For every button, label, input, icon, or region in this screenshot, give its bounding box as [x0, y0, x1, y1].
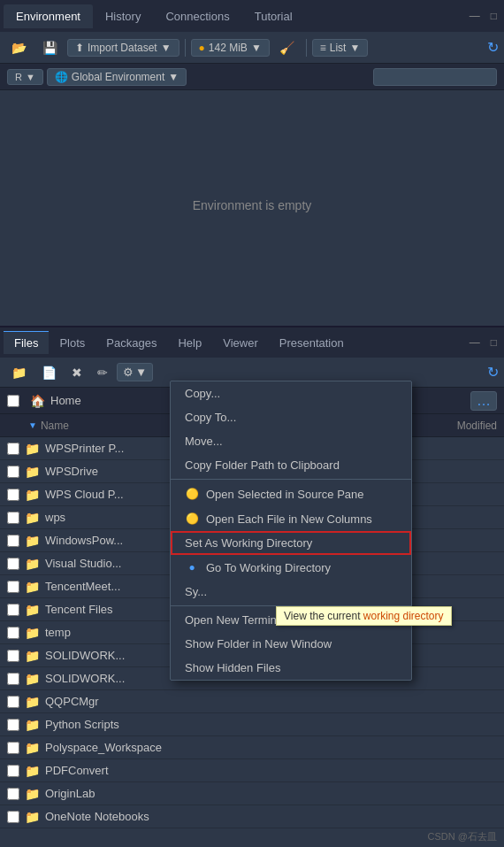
- file-row[interactable]: 📁 QQPCMgr: [0, 690, 504, 713]
- file-checkbox[interactable]: [7, 466, 19, 478]
- gear-dropdown-icon: ▼: [135, 366, 147, 379]
- env-dropdown-icon: ▼: [168, 71, 179, 83]
- copy-label: Copy...: [185, 387, 220, 400]
- copy-to-label: Copy To...: [185, 411, 236, 424]
- tab-connections[interactable]: Connections: [153, 4, 241, 28]
- folder-icon: 📁: [25, 465, 40, 479]
- files-refresh-btn[interactable]: ↻: [487, 364, 499, 381]
- tab-history[interactable]: History: [93, 4, 153, 28]
- memory-icon: ●: [199, 42, 205, 54]
- menu-move[interactable]: Move...: [171, 429, 411, 453]
- file-checkbox[interactable]: [7, 535, 19, 547]
- menu-sync-files[interactable]: Sy...: [171, 580, 411, 604]
- menu-set-working-dir[interactable]: Set As Working Directory: [171, 531, 411, 555]
- bottom-maximize-btn[interactable]: □: [487, 335, 500, 350]
- file-row[interactable]: 📁 OneNote Notebooks: [0, 805, 504, 828]
- tab-viewer[interactable]: Viewer: [212, 332, 269, 354]
- file-name: WPSPrinter P...: [45, 442, 124, 455]
- path-label: Home: [50, 394, 81, 407]
- sort-arrow-icon: ▼: [28, 420, 37, 430]
- name-col-label: Name: [41, 420, 69, 432]
- file-checkbox[interactable]: [7, 650, 19, 662]
- memory-btn[interactable]: ● 142 MiB ▼: [191, 39, 270, 57]
- menu-copy[interactable]: Copy...: [171, 381, 411, 405]
- folder-icon: 📁: [25, 511, 40, 525]
- tab-packages[interactable]: Packages: [95, 332, 167, 354]
- folder-icon: 📁: [25, 442, 40, 456]
- file-name: OriginLab: [45, 787, 95, 800]
- file-checkbox[interactable]: [7, 558, 19, 570]
- tab-plots[interactable]: Plots: [49, 332, 95, 354]
- rename-btn[interactable]: ✏: [91, 363, 114, 382]
- file-checkbox[interactable]: [7, 673, 19, 685]
- menu-copy-folder-path[interactable]: Copy Folder Path to Clipboard: [171, 453, 411, 477]
- folder-icon: 📁: [25, 741, 40, 755]
- folder-icon: 📁: [25, 580, 40, 594]
- file-checkbox[interactable]: [7, 489, 19, 501]
- file-checkbox[interactable]: [7, 696, 19, 708]
- env-icon: 🌐: [55, 71, 68, 83]
- maximize-btn[interactable]: □: [487, 8, 500, 24]
- gear-more-btn[interactable]: ⚙ ▼: [117, 363, 153, 381]
- file-checkbox[interactable]: [7, 719, 19, 731]
- menu-go-working-dir[interactable]: ● Go To Working Directory: [171, 555, 411, 580]
- folder-icon: 📁: [25, 672, 40, 686]
- context-menu: Copy... Copy To... Move... Copy Folder P…: [170, 381, 412, 681]
- save-btn[interactable]: 💾: [36, 38, 64, 58]
- file-row[interactable]: 📁 Python Scripts: [0, 713, 504, 736]
- file-name: SOLIDWORK...: [45, 649, 125, 662]
- file-row[interactable]: 📁 PDFConvert: [0, 759, 504, 782]
- tooltip-text: View the current: [284, 610, 363, 622]
- global-env-selector[interactable]: 🌐 Global Environment ▼: [47, 68, 187, 86]
- env-search-input[interactable]: [373, 68, 497, 86]
- folder-icon: 📁: [25, 626, 40, 640]
- file-checkbox[interactable]: [7, 443, 19, 455]
- folder-icon: 📁: [25, 718, 40, 732]
- file-checkbox[interactable]: [7, 811, 19, 823]
- minimize-btn[interactable]: —: [466, 8, 484, 24]
- bottom-minimize-btn[interactable]: —: [466, 335, 484, 350]
- file-checkbox[interactable]: [7, 604, 19, 616]
- r-selector-btn[interactable]: R ▼: [7, 69, 43, 85]
- move-label: Move...: [185, 435, 223, 448]
- watermark: CSDN @石去皿: [428, 830, 497, 843]
- menu-open-source[interactable]: 🟡 Open Selected in Source Pane: [171, 481, 411, 506]
- tab-presentation[interactable]: Presentation: [269, 332, 355, 354]
- folder-icon: 📁: [25, 695, 40, 709]
- tab-files[interactable]: Files: [4, 331, 49, 354]
- open-folder-btn[interactable]: 📂: [5, 38, 33, 58]
- file-checkbox[interactable]: [7, 627, 19, 639]
- file-name: wps: [45, 511, 65, 524]
- tab-tutorial[interactable]: Tutorial: [242, 4, 305, 28]
- file-checkbox[interactable]: [7, 742, 19, 754]
- menu-open-columns[interactable]: 🟡 Open Each File in New Columns: [171, 506, 411, 531]
- list-view-btn[interactable]: ≡ List ▼: [312, 39, 369, 57]
- r-label-bar: R ▼ 🌐 Global Environment ▼: [0, 64, 504, 90]
- tab-help[interactable]: Help: [167, 332, 212, 354]
- bottom-win-controls: — □: [466, 335, 500, 350]
- new-file-btn[interactable]: 📄: [35, 363, 63, 382]
- env-empty-message: Environment is empty: [0, 90, 504, 320]
- menu-show-folder[interactable]: Show Folder in New Window: [171, 632, 411, 656]
- menu-copy-to[interactable]: Copy To...: [171, 405, 411, 429]
- copy-folder-path-label: Copy Folder Path to Clipboard: [185, 458, 340, 472]
- tab-environment[interactable]: Environment: [4, 4, 93, 28]
- env-toolbar: 📂 💾 ⬆ Import Dataset ▼ ● 142 MiB ▼ 🧹 ≡ L…: [0, 32, 504, 64]
- delete-btn[interactable]: ✖: [65, 363, 88, 382]
- broom-btn[interactable]: 🧹: [273, 38, 301, 58]
- r-label: R: [15, 72, 22, 82]
- menu-show-hidden[interactable]: Show Hidden Files: [171, 656, 411, 680]
- file-checkbox[interactable]: [7, 788, 19, 800]
- set-working-dir-label: Set As Working Directory: [185, 536, 312, 550]
- file-checkbox[interactable]: [7, 765, 19, 777]
- import-dataset-btn[interactable]: ⬆ Import Dataset ▼: [67, 39, 179, 57]
- new-folder-btn[interactable]: 📁: [5, 363, 33, 382]
- refresh-btn[interactable]: ↻: [487, 39, 499, 56]
- file-row[interactable]: 📁 Polyspace_Workspace: [0, 736, 504, 759]
- file-checkbox[interactable]: [7, 581, 19, 593]
- file-row[interactable]: 📁 OriginLab: [0, 782, 504, 805]
- file-checkbox[interactable]: [7, 512, 19, 524]
- folder-icon: 📁: [25, 488, 40, 502]
- select-all-checkbox[interactable]: [7, 395, 19, 407]
- more-options-btn[interactable]: …: [470, 391, 497, 411]
